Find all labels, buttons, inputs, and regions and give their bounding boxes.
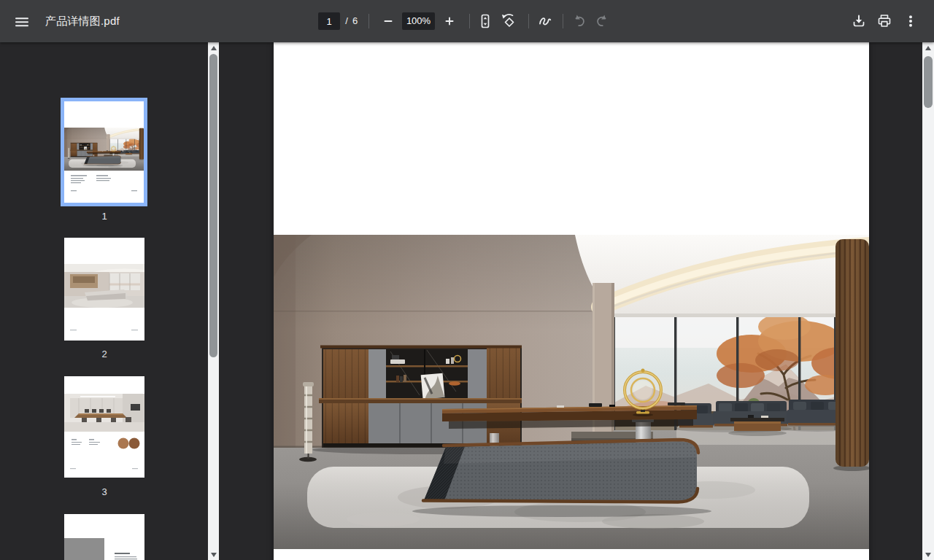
sidebar-scrollbar-thumb[interactable] xyxy=(209,54,217,357)
thumbnail-page-4[interactable] xyxy=(64,514,144,560)
rotate-counterclockwise-icon xyxy=(499,12,518,31)
rotate-button[interactable] xyxy=(497,9,520,33)
undo-icon xyxy=(571,12,588,30)
thumbnail-4-preview xyxy=(64,514,144,560)
annotate-button[interactable] xyxy=(533,9,557,33)
document-scroll-down-arrow[interactable] xyxy=(922,549,934,560)
office-scene-svg xyxy=(274,235,869,549)
toolbar-divider xyxy=(469,14,470,28)
wood-slat-column xyxy=(833,239,869,471)
toolbar-divider xyxy=(368,14,369,28)
document-scrollbar[interactable] xyxy=(922,42,934,560)
zoom-in-button[interactable] xyxy=(438,9,461,33)
menu-button[interactable] xyxy=(10,9,34,33)
pdf-page-1 xyxy=(274,42,869,560)
zoom-out-button[interactable] xyxy=(377,9,400,33)
more-actions-button[interactable] xyxy=(899,9,922,33)
fit-to-page-icon xyxy=(476,12,494,30)
print-icon xyxy=(876,12,893,30)
sidebar-scrollbar[interactable] xyxy=(208,42,219,560)
office-scene xyxy=(274,235,869,549)
page-separator: / xyxy=(341,0,352,42)
coffee-table xyxy=(728,415,787,436)
thumbnail-3-label: 3 xyxy=(64,486,144,497)
zoom-level-display: 100% xyxy=(402,12,435,30)
document-scroll-up-arrow[interactable] xyxy=(922,42,934,53)
ink-pen-icon xyxy=(536,12,554,30)
minus-icon xyxy=(379,12,397,30)
sidebar-scroll-up-arrow[interactable] xyxy=(208,42,219,53)
lounge-sofa-group xyxy=(675,400,857,445)
thumbnail-1-label: 1 xyxy=(64,211,144,222)
pdf-viewport[interactable] xyxy=(219,42,922,560)
pdf-toolbar: 产品详情图.pdf / 6 100% xyxy=(0,0,934,42)
fit-to-page-button[interactable] xyxy=(474,9,497,33)
thumbnail-sidebar: 1 2 xyxy=(0,42,208,560)
redo-icon xyxy=(593,12,611,30)
page-number-input[interactable] xyxy=(318,12,340,30)
redo-button[interactable] xyxy=(590,9,614,33)
download-button[interactable] xyxy=(847,9,871,33)
thumbnail-2-preview xyxy=(64,238,144,341)
undo-button[interactable] xyxy=(568,9,591,33)
document-scrollbar-thumb[interactable] xyxy=(924,56,933,108)
thumbnail-page-3[interactable] xyxy=(64,376,144,478)
toolbar-divider xyxy=(563,14,563,28)
document-title: 产品详情图.pdf xyxy=(45,0,120,42)
thumbnail-page-2[interactable] xyxy=(64,238,144,341)
thumbnail-2-label: 2 xyxy=(64,349,144,359)
plus-icon xyxy=(441,12,458,30)
thumbnail-1-preview xyxy=(64,101,144,203)
page-total: 6 xyxy=(352,0,363,42)
toolbar-divider xyxy=(528,14,529,28)
download-icon xyxy=(850,12,868,30)
office-render-image xyxy=(274,235,869,549)
sidebar-scroll-down-arrow[interactable] xyxy=(208,549,219,560)
thumbnail-page-1[interactable] xyxy=(64,101,144,203)
leaning-art-print xyxy=(421,373,445,399)
print-button[interactable] xyxy=(873,9,896,33)
thumbnail-3-preview xyxy=(64,376,144,478)
kebab-menu-icon xyxy=(902,12,919,30)
hamburger-icon xyxy=(13,12,31,30)
curved-ceiling xyxy=(575,235,869,317)
